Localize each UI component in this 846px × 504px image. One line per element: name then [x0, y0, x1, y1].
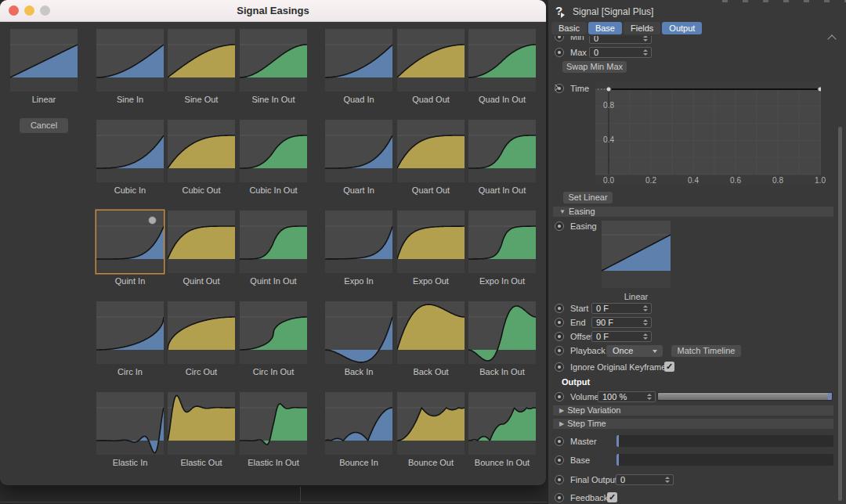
background-divider-vertical	[300, 487, 301, 502]
easing-cell-bounce-out[interactable]	[397, 392, 465, 455]
step-time-section[interactable]: ▶Step Time	[553, 419, 833, 429]
link-accent	[616, 454, 619, 466]
master-radio[interactable]	[555, 437, 564, 446]
swap-min-max-button[interactable]: Swap Min Max	[562, 61, 627, 73]
easing-section-header[interactable]: ▼Easing	[553, 207, 833, 217]
easing-curve	[325, 392, 392, 455]
tab-bar: BasicBaseFieldsOutput	[548, 20, 846, 36]
easing-curve	[240, 29, 307, 92]
offset-input[interactable]: 0 F	[591, 331, 652, 342]
stepper-icon[interactable]	[643, 49, 649, 56]
easing-cell-quart-out[interactable]	[397, 120, 465, 182]
set-linear-button[interactable]: Set Linear	[563, 192, 613, 203]
easing-curve	[468, 301, 536, 364]
volume-slider[interactable]	[657, 392, 833, 401]
easing-cell-cubic-in[interactable]	[96, 120, 164, 182]
easing-cell-label: Linear	[10, 95, 78, 104]
easing-cell-elastic-out[interactable]	[168, 392, 235, 455]
easing-cell-cubic-out[interactable]	[168, 120, 235, 182]
easing-cell-expo-in[interactable]	[325, 211, 392, 273]
final-output-input[interactable]: 0	[616, 474, 674, 485]
easing-curve	[96, 392, 164, 455]
tab-base[interactable]: Base	[588, 22, 622, 34]
easing-cell-linear[interactable]	[10, 29, 78, 92]
stepper-icon[interactable]	[643, 305, 649, 311]
easing-cell-back-in[interactable]	[325, 301, 392, 364]
panel-scrollbar[interactable]	[838, 127, 842, 501]
easing-cell-label: Bounce In Out	[468, 458, 536, 467]
easing-cell-expo-out[interactable]	[397, 211, 465, 273]
easing-cell-quad-out[interactable]	[397, 29, 465, 92]
easing-cell-circ-in-out[interactable]	[240, 301, 307, 364]
volume-radio[interactable]	[555, 392, 564, 401]
easing-cell-bounce-in[interactable]	[325, 392, 392, 455]
easing-cell-circ-in[interactable]	[96, 301, 164, 364]
end-input[interactable]: 90 F	[591, 317, 652, 328]
easing-cell-quint-in[interactable]	[96, 211, 164, 273]
stepper-icon[interactable]	[665, 477, 671, 483]
base-radio[interactable]	[555, 455, 564, 465]
playback-radio[interactable]	[555, 346, 564, 355]
easing-cell-elastic-in-out[interactable]	[240, 392, 307, 455]
cancel-button[interactable]: Cancel	[20, 118, 68, 133]
feedback-radio[interactable]	[555, 493, 564, 502]
easing-cell-expo-in-out[interactable]	[468, 211, 536, 273]
x-axis-tick: 1.0	[808, 176, 832, 185]
easing-cell-quint-out[interactable]	[168, 211, 235, 273]
playback-dropdown[interactable]: Once	[606, 345, 663, 357]
easing-cell-quart-in-out[interactable]	[468, 120, 536, 182]
easing-grid: LinearSine InSine OutSine In OutQuad InQ…	[0, 21, 546, 485]
time-curve-graph[interactable]: 0.00.20.40.60.81.00.80.4	[595, 81, 821, 185]
stepper-icon[interactable]	[643, 35, 649, 41]
stepper-icon[interactable]	[647, 394, 653, 400]
volume-input[interactable]: 100 %	[598, 391, 656, 402]
easing-cell-bounce-in-out[interactable]	[468, 392, 536, 455]
easing-cell-label: Back Out	[397, 367, 465, 376]
y-axis-tick: 0.4	[595, 135, 614, 144]
stepper-icon[interactable]	[643, 319, 649, 326]
x-axis-tick: 0.2	[639, 176, 663, 185]
easing-cell-quart-in[interactable]	[325, 120, 392, 182]
y-axis-tick: 0.8	[595, 101, 614, 110]
easing-cell-sine-in[interactable]	[96, 29, 164, 92]
easing-curve	[325, 120, 392, 182]
final-output-radio[interactable]	[555, 475, 564, 484]
easing-cell-cubic-in-out[interactable]	[240, 120, 307, 182]
easing-cell-elastic-in[interactable]	[96, 392, 164, 455]
dialog-titlebar[interactable]: Signal Easings	[0, 0, 546, 22]
easing-cell-quad-in[interactable]	[325, 29, 392, 92]
panel-title: Signal [Signal Plus]	[573, 6, 653, 17]
tab-basic[interactable]: Basic	[551, 22, 587, 34]
easing-cell-circ-out[interactable]	[168, 301, 235, 364]
volume-slider-handle[interactable]	[828, 393, 832, 400]
easing-radio[interactable]	[555, 221, 564, 231]
max-input[interactable]: 0	[589, 47, 652, 58]
ignore-keyframes-label: Ignore Original Keyframes	[570, 362, 671, 372]
easing-cell-quad-in-out[interactable]	[468, 29, 536, 92]
step-variation-section[interactable]: ▶Step Variation	[553, 405, 833, 416]
ignore-keyframes-row: Ignore Original Keyframes ✓	[548, 362, 846, 374]
offset-radio[interactable]	[555, 332, 564, 341]
easing-cell-back-out[interactable]	[397, 301, 465, 364]
start-radio[interactable]	[555, 304, 564, 313]
easing-cell-label: Elastic In Out	[240, 458, 307, 467]
master-input[interactable]	[616, 435, 833, 447]
easing-cell-sine-in-out[interactable]	[240, 29, 307, 92]
time-graph-plot[interactable]	[595, 81, 821, 185]
easing-cell-back-in-out[interactable]	[468, 301, 536, 364]
easing-cell-quint-in-out[interactable]	[240, 211, 307, 273]
end-radio[interactable]	[555, 318, 564, 327]
link-accent	[616, 435, 619, 447]
ignore-keyframes-radio[interactable]	[555, 362, 564, 372]
feedback-checkbox[interactable]: ✓	[607, 492, 617, 502]
base-input[interactable]	[616, 454, 833, 466]
easing-cell-sine-out[interactable]	[168, 29, 235, 92]
easing-curve	[168, 29, 235, 92]
start-input[interactable]: 0 F	[591, 303, 652, 314]
tab-fields[interactable]: Fields	[624, 22, 660, 34]
max-radio[interactable]	[555, 48, 564, 57]
tab-output[interactable]: Output	[662, 22, 702, 34]
playback-label: Playback	[570, 346, 606, 355]
stepper-icon[interactable]	[643, 333, 649, 340]
ignore-keyframes-checkbox[interactable]: ✓	[664, 362, 674, 372]
